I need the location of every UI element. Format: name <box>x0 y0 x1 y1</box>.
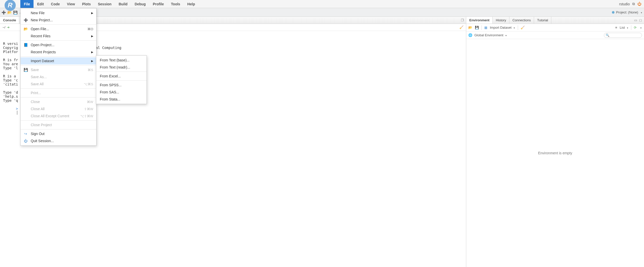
menu-item-icon: 💾 <box>23 68 28 72</box>
file-menu-open-file[interactable]: 📂Open File...⌘O <box>21 25 96 32</box>
menu-item-icon: 📂 <box>23 27 28 31</box>
scope-dropdown[interactable]: Global Environment <box>474 33 507 37</box>
menu-edit[interactable]: Edit <box>34 0 47 8</box>
file-menu-close-project: Close Project <box>21 121 96 128</box>
env-toolbar: 📂 💾 ▦ Import Dataset 🧹 ≡ List ⟳ <box>466 24 644 31</box>
project-label: Project: (None) <box>616 10 638 14</box>
tab-console-label: Console <box>3 18 16 22</box>
tab-environment[interactable]: Environment <box>466 17 493 24</box>
file-menu-close: Close⌘W <box>21 98 96 105</box>
maximize-pane-icon[interactable]: ◻ <box>639 18 642 22</box>
menu-build[interactable]: Build <box>115 0 131 8</box>
tab-tutorial[interactable]: Tutorial <box>534 17 551 24</box>
broom-icon[interactable]: 🧹 <box>459 25 463 29</box>
menu-item-label: Import Dataset <box>31 59 89 63</box>
menu-item-icon: ↪ <box>23 132 28 136</box>
menu-item-label: Quit Session... <box>31 139 93 143</box>
file-menu-import-dataset[interactable]: Import Dataset▶ <box>21 57 96 64</box>
pane-window-icon[interactable]: ❐ <box>461 18 464 22</box>
menu-item-label: Close All Except Current <box>31 114 78 118</box>
import-from-text-base[interactable]: From Text (base)... <box>96 57 147 64</box>
console-arrow-icon[interactable]: ➜ <box>7 25 10 29</box>
minimize-pane-icon[interactable]: ▭ <box>634 18 637 22</box>
file-menu-new-project[interactable]: ➕New Project... <box>21 16 96 24</box>
menu-item-label: Close Project <box>31 123 93 127</box>
console-path: ~/ <box>3 25 5 29</box>
tab-history[interactable]: History <box>493 17 509 24</box>
import-dataset-label: Import Dataset <box>490 26 511 29</box>
menu-debug[interactable]: Debug <box>131 0 149 8</box>
file-menu-quit-session[interactable]: ⏻Quit Session... <box>21 137 96 144</box>
load-ws-icon[interactable]: 📂 <box>468 26 472 29</box>
menu-item-label: Save <box>31 68 85 72</box>
file-menu-print: Print... <box>21 89 96 96</box>
power-icon[interactable]: ⏻ <box>637 2 641 6</box>
view-mode-dropdown[interactable]: List <box>620 26 629 29</box>
import-from-sas[interactable]: From SAS... <box>96 89 147 96</box>
menu-item-label: Close All <box>31 107 82 111</box>
import-dataset-button[interactable]: Import Dataset <box>490 26 515 29</box>
file-menu-recent-projects[interactable]: Recent Projects▶ <box>21 48 96 56</box>
file-menu-save-as: Save As... <box>21 73 96 80</box>
clear-env-icon[interactable]: 🧹 <box>521 26 525 29</box>
menu-item-label: Save As... <box>31 75 93 79</box>
menu-item-shortcut: ⌘S <box>88 68 93 72</box>
submenu-arrow-icon: ▶ <box>91 51 93 54</box>
import-from-text-readr[interactable]: From Text (readr)... <box>96 64 147 71</box>
file-menu-open-project[interactable]: 📘Open Project... <box>21 41 96 48</box>
menu-item-label: Recent Projects <box>31 50 89 54</box>
new-doc-icon[interactable]: ➕ <box>2 10 6 14</box>
env-search-input[interactable]: 🔍 <box>604 33 642 38</box>
project-selector[interactable]: ⬢ Project: (None) <box>612 10 642 14</box>
import-dataset-submenu: From Text (base)...From Text (readr)...F… <box>96 55 147 104</box>
project-hex-icon: ⬢ <box>612 10 615 14</box>
env-body: Environment is empty <box>466 39 644 267</box>
menubar: R FileEditCodeViewPlotsSessionBuildDebug… <box>0 0 644 8</box>
menu-item-label: New File <box>31 11 89 15</box>
console-prompt: > <box>16 107 18 111</box>
search-icon: 🔍 <box>606 34 609 37</box>
tab-connections[interactable]: Connections <box>509 17 534 24</box>
submenu-arrow-icon: ▶ <box>91 59 93 63</box>
menu-profile[interactable]: Profile <box>149 0 168 8</box>
menu-item-shortcut: ⌘W <box>87 100 93 104</box>
console-cursor <box>17 111 19 115</box>
env-scope-bar: 🌐 Global Environment 🔍 <box>466 31 644 39</box>
open-icon[interactable]: 📂 <box>7 10 12 14</box>
file-menu-save-all: Save All⌥⌘S <box>21 80 96 88</box>
refresh-icon[interactable]: ⟳ <box>634 26 637 29</box>
list-icon: ≡ <box>615 26 617 29</box>
save-ws-icon[interactable]: 💾 <box>475 26 479 29</box>
file-menu-sign-out[interactable]: ↪Sign Out <box>21 130 96 137</box>
view-mode-label: List <box>620 26 625 29</box>
app-logo: R <box>0 0 20 8</box>
submenu-arrow-icon: ▶ <box>91 11 93 15</box>
environment-pane: EnvironmentHistoryConnectionsTutorial▭◻ … <box>466 17 644 267</box>
menu-session[interactable]: Session <box>94 0 115 8</box>
menu-item-label: Recent Files <box>31 34 89 38</box>
menu-view[interactable]: View <box>63 0 79 8</box>
globe-icon: 🌐 <box>468 33 472 37</box>
menu-file[interactable]: File <box>20 0 34 8</box>
file-menu-new-file[interactable]: New File▶ <box>21 9 96 16</box>
global-toolbar: ➕ 📂 💾 🖨 to file/function ▦ Addins ⬢ Proj… <box>0 8 644 17</box>
popout-icon[interactable]: ⧉ <box>632 2 635 6</box>
menu-item-icon: ⏻ <box>23 139 28 143</box>
import-from-stata[interactable]: From Stata... <box>96 96 147 103</box>
menu-plots[interactable]: Plots <box>78 0 94 8</box>
menu-item-label: Open File... <box>31 27 85 31</box>
menu-tools[interactable]: Tools <box>167 0 184 8</box>
file-menu-save: 💾Save⌘S <box>21 66 96 73</box>
menu-code[interactable]: Code <box>47 0 63 8</box>
menu-item-label: Print... <box>31 91 93 95</box>
import-from-excel[interactable]: From Excel... <box>96 73 147 80</box>
tab-console[interactable]: Console <box>0 17 19 24</box>
save-icon[interactable]: 💾 <box>13 10 18 14</box>
scope-label: Global Environment <box>474 33 503 37</box>
menu-help[interactable]: Help <box>184 0 199 8</box>
menu-item-label: New Project... <box>31 18 93 22</box>
file-menu-dropdown: New File▶➕New Project...📂Open File...⌘OR… <box>20 8 96 146</box>
menu-item-shortcut: ⌘O <box>87 27 93 31</box>
file-menu-recent-files[interactable]: Recent Files▶ <box>21 32 96 40</box>
import-from-spss[interactable]: From SPSS... <box>96 81 147 89</box>
